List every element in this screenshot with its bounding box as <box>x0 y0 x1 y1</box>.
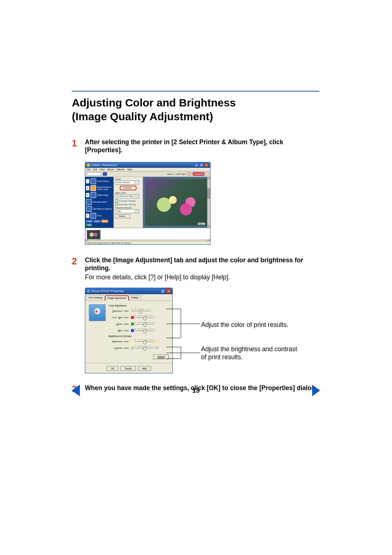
sidebar-step-2[interactable]: 2 Select Printer & Album Type <box>86 185 113 191</box>
contrast-row: Contrast: Auto <box>109 346 169 350</box>
ok-button[interactable]: OK <box>107 366 118 371</box>
hue-red-label: Hue: Red: <box>109 316 123 319</box>
tab-utilities[interactable]: Utilities <box>129 295 141 300</box>
album-type-select[interactable]: One Photo Per Sheet <box>115 194 139 198</box>
sidebar-step-1[interactable]: 1 Fetch Photos <box>86 178 113 184</box>
hue-blue-row: Blue: Auto <box>109 328 169 333</box>
toolbar-add-page-label: Add Page: <box>176 173 186 175</box>
brightness-slider[interactable] <box>135 339 155 344</box>
toolbar-go-icon[interactable] <box>103 172 107 176</box>
toolbar-layout-label: Layout ▢ <box>167 173 176 175</box>
callout-lead-1 <box>166 324 200 324</box>
checkbox-on-icon: ✓ <box>115 199 118 202</box>
dialog-button-row: OK Cancel Help <box>85 365 172 373</box>
tab-row: Print Settings Image Adjustment Utilitie… <box>85 294 172 301</box>
hue-blue-auto: Auto <box>124 329 130 332</box>
save-chip[interactable]: Save <box>101 220 108 223</box>
album-page-preview: Page 1 <box>145 179 208 226</box>
photo-thumbnail[interactable] <box>87 230 101 239</box>
preview-area: Page 1 <box>143 177 210 228</box>
hue-green-label: Green: <box>109 323 123 325</box>
margins-button[interactable]: Margins... <box>115 214 130 218</box>
red-swatch-icon <box>131 316 134 319</box>
minimize-button[interactable]: – <box>194 163 199 167</box>
contrast-high-icon <box>156 347 159 349</box>
redo-chip[interactable]: Redo <box>94 220 101 223</box>
document-page: Adjusting Color and Brightness (Image Qu… <box>0 0 392 555</box>
callout-branch <box>166 358 181 359</box>
contrast-slider[interactable] <box>135 346 155 350</box>
saturation-row: Saturation: Auto <box>109 309 169 313</box>
sun-dim-icon <box>131 340 134 343</box>
prev-page-arrow-icon[interactable] <box>72 385 80 396</box>
brightness-label: Brightness: <box>109 340 123 343</box>
close-button[interactable]: ✕ <box>166 289 171 293</box>
horizontal-scrollbar[interactable] <box>85 239 210 242</box>
tab-print-settings[interactable]: Print Settings <box>86 295 105 300</box>
toolbar-misc[interactable] <box>205 172 209 176</box>
settings-panel: Printer: Canon xxxxxxxxx Properties... A… <box>114 177 143 228</box>
sidebar-step3-label: Select Paper <box>97 194 113 196</box>
cancel-all-button[interactable]: Cancel All <box>193 172 204 176</box>
flower-photo <box>145 179 208 226</box>
next-page-arrow-icon[interactable] <box>312 385 320 396</box>
help-chip[interactable]: Help <box>86 223 92 226</box>
borderless-printing-check[interactable]: ✓ Borderless Printing <box>115 203 141 206</box>
hue-red-auto: Auto <box>124 316 130 319</box>
help-button[interactable]: Help <box>138 366 151 371</box>
toolbar-quantity[interactable]: 1 ± <box>186 172 192 176</box>
photorecord-window: Untitled - PhotoRecord – □ ✕ File Edit V… <box>85 162 211 245</box>
tab-image-adjustment[interactable]: Image Adjustment <box>105 295 129 301</box>
heading-line-2: (Image Quality Adjustment) <box>72 110 213 122</box>
menu-edit[interactable]: Edit <box>93 168 97 171</box>
saturation-label: Saturation: <box>109 310 123 312</box>
whats-this-button[interactable]: ? <box>160 289 165 293</box>
green-slider[interactable] <box>135 322 155 326</box>
sidebar-step1-label: Fetch Photos <box>97 180 113 182</box>
menu-view[interactable]: View <box>100 168 105 171</box>
sidebar-step-4[interactable]: Decorate Album <box>86 199 113 205</box>
dialog-title: Canon CPXXX Properties <box>91 289 124 293</box>
menu-help[interactable]: Help <box>127 168 132 171</box>
overprint-select[interactable]: Large <box>115 209 139 213</box>
app-icon <box>87 163 90 167</box>
properties-button-highlight[interactable]: Properties... <box>120 186 136 190</box>
step-1-text: After selecting the printer in [2 Select… <box>85 138 319 154</box>
toolbar-address[interactable] <box>87 172 101 176</box>
brightness-contrast-label: Brightness & Contrast <box>109 335 169 337</box>
album-type-label: Album Type: <box>115 192 141 194</box>
color-adjustment-label: Color Adjustment <box>109 304 169 307</box>
maximize-button[interactable]: □ <box>199 163 204 167</box>
status-bar: Click and drag photos or right-click for… <box>85 241 210 244</box>
menu-internet[interactable]: Internet <box>117 168 124 171</box>
color-adjustment-block: Color Adjustment Saturation: Auto <box>109 304 169 352</box>
printer-label: Printer: <box>115 178 141 180</box>
sidebar-step-5[interactable]: Add Titles & Captions <box>86 206 113 212</box>
step-2: 2 Click the [Image Adjustment] tab and a… <box>72 256 319 281</box>
sidebar-step-3[interactable]: 3 Select Paper <box>86 192 113 198</box>
wizard-sidebar: 1 Fetch Photos 2 Select Printer & Album … <box>85 177 114 228</box>
undo-chip[interactable]: Undo <box>86 220 93 223</box>
menu-file[interactable]: File <box>87 168 90 171</box>
close-button[interactable]: ✕ <box>204 163 209 167</box>
red-slider[interactable] <box>135 315 155 320</box>
menu-album[interactable]: Album <box>107 168 114 171</box>
step-1-number: 1 <box>72 138 85 149</box>
contrast-auto: Auto <box>124 347 130 349</box>
step-2-number: 2 <box>72 256 85 267</box>
callout-lead-2 <box>166 353 200 353</box>
preview-thumbnail <box>89 304 106 321</box>
tab-panel: Color Adjustment Saturation: Auto <box>85 301 172 361</box>
automatic-clipping-check[interactable]: ✓ Automatic Clipping <box>115 199 141 202</box>
vertical-scrollbar[interactable] <box>207 177 210 228</box>
thumbnail-strip <box>85 228 210 241</box>
sidebar-step-6[interactable]: 4 Print <box>86 213 113 219</box>
blue-slider[interactable] <box>135 328 155 333</box>
sidebar-step5-label: Add Titles & Captions <box>93 208 113 210</box>
printer-select[interactable]: Canon xxxxxxxxx <box>115 181 139 185</box>
cancel-button[interactable]: Cancel <box>121 366 136 371</box>
saturation-auto: Auto <box>124 310 130 312</box>
step-1-body: After selecting the printer in [2 Select… <box>85 138 319 155</box>
sidebar-bottom-chips: Undo Redo Save Help <box>86 220 113 226</box>
saturation-slider[interactable] <box>131 309 151 313</box>
